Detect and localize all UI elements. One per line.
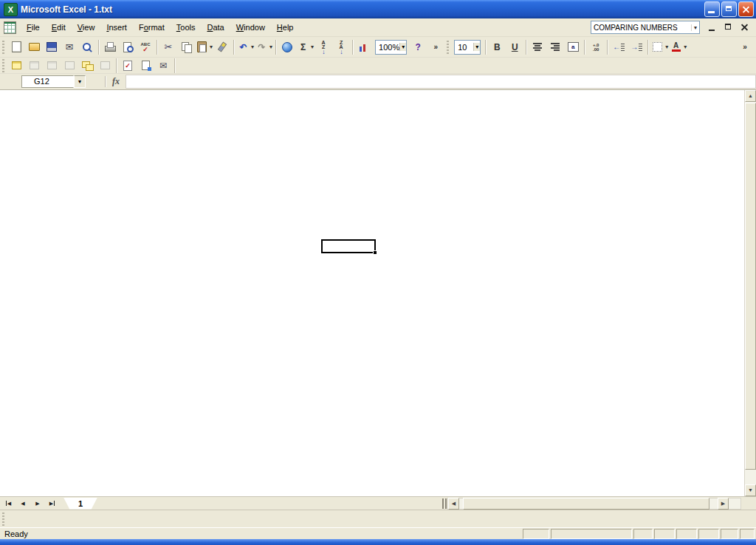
excel-window: X Microsoft Excel - 1.txt FileEditViewIn… xyxy=(0,0,756,545)
autosum-dropdown-icon[interactable]: ▾ xyxy=(311,44,314,50)
cut-button[interactable]: ✂ xyxy=(160,39,176,55)
close-document-button[interactable] xyxy=(740,22,750,32)
menu-items: FileEditViewInsertFormatToolsDataWindowH… xyxy=(21,18,299,36)
active-cell-G12[interactable] xyxy=(321,239,376,253)
minimize-document-button[interactable] xyxy=(707,22,718,32)
toolbar-options-2-button[interactable]: » xyxy=(737,39,753,55)
scroll-up-button[interactable]: ▲ xyxy=(745,90,756,102)
menu-edit[interactable]: Edit xyxy=(46,21,72,34)
decrease-indent-button[interactable]: ← xyxy=(611,39,627,55)
undo-dropdown-icon[interactable]: ▾ xyxy=(251,44,254,50)
sort-descending-button[interactable]: ZA↓ xyxy=(333,39,349,55)
copy-button[interactable] xyxy=(178,39,194,55)
first-sheet-icon: ◀ xyxy=(7,501,11,507)
horizontal-scrollbar[interactable]: ◀ ▶ xyxy=(447,498,741,510)
menu-data[interactable]: Data xyxy=(201,21,230,34)
sort-ascending-button[interactable]: AZ↓ xyxy=(315,39,331,55)
minimize-button[interactable] xyxy=(704,1,720,17)
mail-button[interactable]: ✉ xyxy=(61,39,78,55)
next-sheet-button[interactable]: ▶ xyxy=(31,498,44,509)
update-file-button[interactable] xyxy=(137,58,154,72)
scroll-right-button[interactable]: ▶ xyxy=(718,498,729,510)
toolbar-grip[interactable] xyxy=(2,41,4,54)
close-button[interactable] xyxy=(738,1,754,17)
document-window-controls xyxy=(707,22,750,32)
previous-sheet-button[interactable]: ◀ xyxy=(16,498,30,509)
open-folder-button[interactable] xyxy=(26,39,42,55)
chart-wizard-button[interactable] xyxy=(356,39,372,55)
menu-format[interactable]: Format xyxy=(133,21,171,34)
help-button[interactable]: ? xyxy=(410,39,426,55)
hyperlink-button[interactable] xyxy=(279,39,295,55)
save-button[interactable] xyxy=(44,39,60,55)
undo-button[interactable]: ↶▾ xyxy=(237,39,254,55)
paste-dropdown-icon[interactable]: ▾ xyxy=(210,44,213,50)
first-sheet-button[interactable]: ◀ xyxy=(1,498,15,509)
merge-center-button[interactable]: a xyxy=(565,39,581,55)
restore-document-button[interactable] xyxy=(724,22,734,32)
tab-split-handle[interactable] xyxy=(442,498,447,509)
print-preview-button[interactable] xyxy=(120,39,136,55)
show-all-comments-icon xyxy=(81,60,94,72)
save-icon xyxy=(46,41,58,53)
menu-tools[interactable]: Tools xyxy=(171,21,202,34)
autosum-button[interactable]: Σ▾ xyxy=(297,39,314,55)
vertical-scroll-thumb[interactable] xyxy=(745,103,756,470)
scroll-left-button[interactable]: ◀ xyxy=(448,498,459,510)
toolbar-options-button[interactable]: » xyxy=(427,39,444,55)
font-size-box-dropdown-icon[interactable]: ▾ xyxy=(473,43,480,51)
spelling-button[interactable]: ABC✓ xyxy=(137,39,154,55)
zoom-box-value[interactable]: 100% xyxy=(379,43,399,52)
underline-button[interactable]: U xyxy=(506,39,523,55)
toolbar-grip[interactable] xyxy=(2,513,4,526)
ask-question-dropdown-icon[interactable]: ▾ xyxy=(691,24,699,31)
zoom-box-dropdown-icon[interactable]: ▾ xyxy=(399,43,406,51)
ask-question-box[interactable]: COMPARING NUMBERS ▾ xyxy=(591,21,700,34)
toolbar-grip[interactable] xyxy=(447,41,449,54)
toolbar-separator xyxy=(174,58,175,73)
horizontal-scroll-thumb[interactable] xyxy=(463,498,709,510)
borders-dropdown-icon[interactable]: ▾ xyxy=(665,44,668,50)
search-button[interactable] xyxy=(79,39,95,55)
increase-decimal-button[interactable]: +.0.00 xyxy=(588,39,604,55)
menu-window[interactable]: Window xyxy=(230,21,271,34)
create-outlook-task-button[interactable]: ✓ xyxy=(120,58,136,72)
show-all-comments-button[interactable] xyxy=(79,58,95,72)
new-comment-button[interactable] xyxy=(8,58,24,72)
mail-recipient-button[interactable]: ✉ xyxy=(155,58,171,72)
menu-insert[interactable]: Insert xyxy=(100,21,133,34)
menu-file[interactable]: File xyxy=(21,21,46,34)
align-right-button[interactable] xyxy=(547,39,563,55)
format-painter-button[interactable] xyxy=(214,39,230,55)
menu-help[interactable]: Help xyxy=(271,21,300,34)
print-button[interactable] xyxy=(102,39,118,55)
redo-dropdown-icon[interactable]: ▾ xyxy=(269,44,272,50)
zoom-box-button[interactable]: 100%▾ xyxy=(375,40,407,55)
name-box[interactable]: G12 xyxy=(21,75,74,88)
fill-handle[interactable] xyxy=(373,250,377,254)
align-center-button[interactable] xyxy=(529,39,546,55)
restore-button[interactable] xyxy=(721,1,737,17)
borders-button[interactable]: ▾ xyxy=(651,39,668,55)
font-size-box-button[interactable]: 10▾ xyxy=(454,40,481,55)
font-color-button[interactable]: A▾ xyxy=(670,39,687,55)
font-size-box-value[interactable]: 10 xyxy=(458,43,467,52)
reviewing-toolbar: ✓✉ xyxy=(7,58,177,73)
print-icon xyxy=(104,41,117,53)
increase-indent-button[interactable]: → xyxy=(628,39,645,55)
scroll-down-button[interactable]: ▼ xyxy=(745,484,756,496)
vertical-scrollbar[interactable]: ▲ ▼ xyxy=(744,90,756,496)
last-sheet-button[interactable]: ▶ xyxy=(46,498,59,509)
paste-button[interactable]: ▾ xyxy=(196,39,213,55)
name-box-dropdown-icon[interactable]: ▾ xyxy=(74,75,86,88)
toolbar-grip[interactable] xyxy=(2,59,4,72)
status-panel xyxy=(523,529,549,539)
sheet-tab-1[interactable]: 1 xyxy=(63,498,97,510)
status-panel xyxy=(721,529,738,539)
insert-function-button[interactable]: fx xyxy=(112,76,120,87)
new-document-button[interactable] xyxy=(8,39,24,55)
formula-input[interactable] xyxy=(126,75,756,89)
menu-view[interactable]: View xyxy=(72,21,101,34)
bold-button[interactable]: B xyxy=(489,39,505,55)
font-color-dropdown-icon[interactable]: ▾ xyxy=(684,44,687,50)
